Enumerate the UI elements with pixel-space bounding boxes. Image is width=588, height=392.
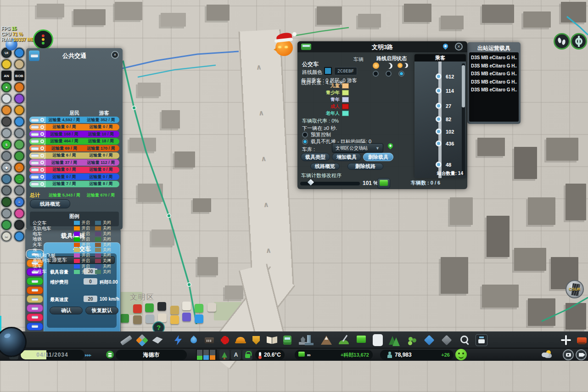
bench-icon[interactable] — [14, 208, 24, 218]
transport-icon[interactable] — [281, 334, 293, 346]
magnifier-icon[interactable] — [40, 146, 44, 150]
legend-off-swatch[interactable] — [95, 248, 101, 252]
policies-icon[interactable] — [373, 334, 383, 346]
stop-dot[interactable] — [436, 88, 442, 94]
stripes-icon[interactable] — [14, 82, 24, 92]
plane-row[interactable]: 运输量 37 / 周 运输量 112 / 周 — [29, 159, 119, 166]
banana-icon[interactable] — [1, 59, 11, 69]
fish-icon[interactable] — [14, 231, 24, 241]
vehicle-spawn-icon[interactable] — [576, 334, 588, 346]
book-icon[interactable] — [14, 59, 24, 69]
confirm-button[interactable]: 确认 — [50, 307, 83, 314]
legend-row[interactable]: 出租车 开启 关闭 — [33, 269, 116, 274]
map-asset-icon[interactable] — [157, 302, 166, 311]
map-asset-icon[interactable] — [145, 303, 154, 312]
legend-on-swatch[interactable] — [74, 237, 80, 241]
day-night-radio[interactable] — [398, 71, 404, 77]
map-asset-icon[interactable] — [195, 304, 203, 313]
stop-dot[interactable] — [436, 129, 442, 134]
line-overview-button[interactable]: 线路概览 — [310, 163, 340, 170]
plane-tab[interactable] — [27, 304, 43, 312]
legend-off-swatch[interactable] — [95, 264, 101, 269]
ferry-tab[interactable] — [27, 323, 43, 330]
legend-off-swatch[interactable] — [95, 270, 101, 274]
tools-green-icon[interactable] — [1, 220, 11, 230]
headphones-icon[interactable] — [1, 105, 11, 115]
police-icon[interactable] — [250, 334, 262, 346]
cinematic-camera-button[interactable] — [563, 349, 574, 360]
map-asset-icon[interactable] — [133, 315, 142, 324]
terrain-tool-icon[interactable] — [441, 334, 453, 346]
resources-icon[interactable] — [14, 140, 24, 150]
hand-mod-icon[interactable] — [14, 185, 24, 196]
csur-button[interactable]: CSUR — [566, 280, 584, 298]
budget-display[interactable]: ∞ +科郎13,672 — [295, 350, 373, 360]
citizen-icon[interactable] — [1, 128, 11, 138]
money-button[interactable] — [377, 178, 390, 189]
legend-on-swatch[interactable] — [74, 259, 80, 263]
roads-mod-icon[interactable] — [1, 151, 11, 161]
legend-off-swatch[interactable] — [95, 232, 101, 236]
map-asset-icon[interactable] — [170, 306, 179, 314]
fire-helmet-icon[interactable] — [14, 105, 24, 115]
delete-line-button[interactable]: 删除线路 — [347, 163, 383, 170]
ninja-icon[interactable] — [1, 117, 11, 127]
camera-mod-icon[interactable] — [1, 185, 11, 196]
budget-radio[interactable] — [302, 132, 308, 138]
route-color-swatch[interactable] — [324, 67, 332, 75]
free-camera-button[interactable] — [554, 33, 570, 50]
water-sewage-icon[interactable] — [188, 334, 200, 346]
terrain-icon[interactable] — [320, 334, 332, 346]
map-asset-icon[interactable] — [133, 304, 142, 313]
tmpe-traffic-light-icon[interactable] — [33, 29, 53, 50]
terrain-mod-icon[interactable]: ◆ — [1, 162, 11, 173]
limits-icon[interactable] — [106, 351, 114, 358]
monorail-tab[interactable] — [27, 314, 43, 321]
healthcare-icon[interactable] — [219, 334, 231, 346]
education-icon[interactable] — [266, 334, 278, 346]
close-icon[interactable]: × — [455, 43, 463, 50]
arrow-sign-icon[interactable]: → — [14, 174, 24, 184]
an-badge-icon[interactable]: AN — [1, 71, 11, 81]
speed-controls[interactable]: ▸▸▸ — [85, 352, 91, 358]
list-mod-icon[interactable]: ≡ — [14, 197, 24, 207]
forestry-icon[interactable] — [388, 334, 400, 346]
monorail-row[interactable]: 运输量 0 / 周 运输量 0 / 周 — [29, 167, 119, 173]
water-row[interactable]: 运输量 6 / 周 运输量 0 / 周 — [29, 152, 119, 159]
cablecar-row[interactable]: 运输量 0 / 周 运输量 0 / 周 — [29, 174, 119, 180]
tram-row[interactable]: 运输量 168 / 周 运输量 10 / 周 — [29, 131, 119, 137]
water-drop-icon[interactable] — [14, 48, 24, 58]
trolleybus-row[interactable]: 运输量 0 / 周 运输量 0 / 周 — [29, 124, 119, 130]
day-radio[interactable] — [373, 71, 379, 77]
legend-off-swatch[interactable] — [95, 253, 101, 258]
factory-mod-icon[interactable] — [14, 220, 24, 230]
depot-vehicle-item[interactable]: D3S MB eCitaro G H... — [471, 86, 517, 94]
legend-on-swatch[interactable] — [74, 270, 80, 274]
building-mod-icon[interactable] — [14, 128, 24, 138]
landscaping-icon[interactable] — [338, 334, 350, 346]
depot-vehicle-item[interactable]: D3S MB eCitaro G H... — [471, 70, 517, 78]
remove-vehicle-button[interactable]: 删除载具 — [363, 153, 393, 161]
bus-mod-icon[interactable] — [14, 117, 24, 127]
traffic-routes-icon[interactable] — [476, 334, 487, 346]
population-display[interactable]: 78,983 +26 — [380, 350, 454, 360]
metro-tab[interactable] — [27, 277, 43, 285]
legend-on-swatch[interactable] — [74, 253, 80, 258]
stop-dot[interactable] — [436, 140, 442, 146]
envelope-icon[interactable]: ✉ — [1, 231, 11, 241]
legend-on-swatch[interactable] — [74, 221, 80, 225]
maintenance-field[interactable]: 0 — [84, 278, 97, 285]
legend-on-swatch[interactable] — [74, 264, 80, 269]
font-selector-button[interactable]: A — [231, 350, 241, 360]
zoning-icon[interactable] — [136, 334, 148, 346]
money-mod-icon[interactable]: $ — [1, 140, 11, 150]
traffic-car-icon[interactable] — [1, 94, 11, 104]
find-it-icon[interactable] — [458, 334, 470, 346]
settings-button[interactable] — [571, 33, 587, 50]
map-asset-icon[interactable] — [170, 315, 179, 324]
move-it-icon[interactable] — [560, 334, 572, 346]
taxi-row[interactable]: 运输量 7 / 周 运输量 8 / 周 — [29, 181, 119, 187]
magnifier-icon[interactable] — [40, 182, 44, 186]
props-icon[interactable] — [406, 334, 418, 346]
fire-department-icon[interactable] — [235, 334, 246, 346]
